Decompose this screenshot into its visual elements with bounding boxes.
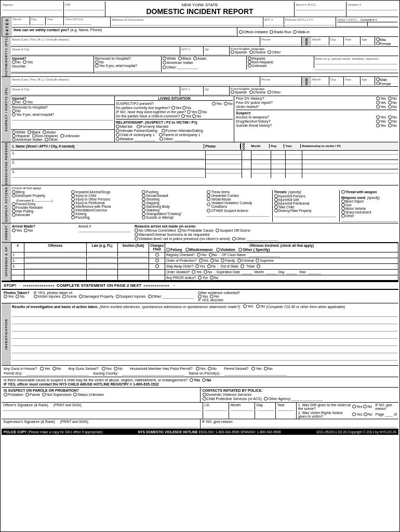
drug-alcohol-yes[interactable]: Yes	[376, 119, 386, 123]
permit-yes[interactable]: Yes	[196, 367, 206, 370]
month-field[interactable]: Month	[12, 17, 30, 25]
victim-hospital-no[interactable]: No	[95, 60, 104, 64]
action-forced-entry[interactable]: Forced Entry	[12, 202, 68, 206]
victim-age[interactable]: Age	[361, 37, 375, 46]
photo-suspect[interactable]: Suspect Injuries	[116, 295, 146, 298]
permit-seized-no[interactable]: No	[264, 367, 273, 370]
assoc-row1-month[interactable]	[251, 151, 271, 159]
offense-section-1[interactable]	[118, 252, 149, 258]
offense-name-1[interactable]	[24, 252, 87, 258]
assoc-row3-year[interactable]	[286, 169, 302, 178]
victim-spanish-radio[interactable]: Spanish	[231, 50, 247, 54]
if-no-reason-field[interactable]: IF NO, give reason:	[201, 419, 399, 429]
action-pushing[interactable]: Pushing	[142, 190, 204, 194]
suspect-race-other[interactable]: Other:	[45, 138, 59, 141]
victim-race-other[interactable]: Other:	[163, 65, 198, 69]
assoc-row2-name[interactable]: 2.	[11, 160, 206, 169]
assoc-row1-day[interactable]	[271, 151, 286, 159]
contact-field[interactable]: How can we safely contact you? (e.g. Nam…	[12, 28, 237, 36]
stay-away-no[interactable]: No	[207, 264, 216, 268]
permit-no[interactable]: No	[208, 367, 217, 370]
victim-dob-day[interactable]: Day	[329, 37, 344, 46]
victim-injured-no[interactable]: No	[12, 60, 21, 64]
arrest-other[interactable]: Other:	[232, 237, 278, 241]
guns-seized-yes[interactable]: Yes	[102, 367, 112, 370]
victim-hospital-yes[interactable]: Yes If yes, what hospital?	[95, 64, 160, 68]
violation-radio[interactable]: Violation	[216, 248, 235, 251]
offense-law-3[interactable]	[87, 263, 118, 269]
assoc-row3-day[interactable]	[271, 169, 286, 178]
offense-law-1[interactable]	[87, 252, 118, 258]
suspect-apt-field[interactable]: APT #	[180, 87, 204, 96]
suspect-race-ai[interactable]: American Indian	[12, 138, 43, 141]
arrest-violation[interactable]: Violation level: not in police presence …	[135, 237, 230, 241]
year-field[interactable]: Year	[46, 17, 64, 25]
offense-section-3[interactable]	[118, 263, 149, 269]
action-threw-items[interactable]: Threw Items	[207, 190, 269, 194]
threat-take-child[interactable]: Take Child	[274, 205, 336, 209]
prior-police-yes[interactable]: Yes	[376, 101, 386, 104]
suspect-injured-yes[interactable]: Yes	[23, 100, 33, 104]
rel-relative[interactable]: Relative:	[116, 137, 155, 141]
photos-no[interactable]: No	[16, 295, 24, 298]
rel-child-victim[interactable]: Child of victim/party 1	[116, 133, 155, 137]
suspect-injured-no[interactable]: No	[12, 100, 21, 104]
dir-no[interactable]: No	[363, 405, 372, 408]
suspect-present-no[interactable]: No	[224, 102, 233, 105]
action-other[interactable]: OTHER Suspect Actions:	[207, 209, 269, 212]
action-violated-visitation[interactable]: Violated Visitation/ Custody Conditions	[207, 201, 269, 208]
action-strangulation[interactable]: Strangulation/"Choking"	[142, 212, 204, 216]
arrest-warrant[interactable]: Warrant/Criminal Summons to be requested	[135, 233, 209, 236]
action-punching[interactable]: Punching	[71, 216, 139, 219]
suspect-age[interactable]: Age	[361, 77, 375, 86]
rel-formerly-married[interactable]: Formerly Married	[137, 125, 168, 128]
sig-year-field[interactable]: Year	[276, 403, 297, 419]
op-family[interactable]: Family	[221, 259, 235, 262]
permit-seized-yes[interactable]: Yes	[251, 367, 261, 370]
apt-field[interactable]: APT #	[263, 17, 284, 27]
threat-injure-pet[interactable]: Injure/Kill Pet/Animal	[274, 202, 336, 205]
rel-other[interactable]: Other:	[159, 137, 190, 141]
threat-destroy-property[interactable]: Destroy/Take Property	[274, 209, 336, 212]
parole-status-unknown[interactable]: Status Unknown	[73, 393, 104, 396]
drug-alcohol-no[interactable]: No	[388, 119, 397, 123]
suspect-dob-month[interactable]: Month	[311, 77, 329, 86]
assoc-row1-phone[interactable]	[206, 151, 242, 159]
sig-month-field[interactable]: Month	[229, 403, 255, 419]
assoc-row2-year[interactable]	[286, 160, 302, 169]
parole-probation[interactable]: Probation	[4, 393, 23, 396]
photo-other[interactable]: Other:	[148, 295, 194, 299]
assoc-row1-rel[interactable]	[302, 151, 398, 159]
threat-injure-kill[interactable]: Injure/Kill Persons	[274, 194, 336, 198]
rel-intimate[interactable]: Intimate Partner/Dating	[116, 129, 157, 132]
stay-away-yes[interactable]: Yes	[195, 264, 205, 268]
weapon-sharp[interactable]: Sharp Instrument	[341, 210, 397, 214]
suspect-race-white[interactable]: White	[12, 130, 25, 134]
suicide-threat-no[interactable]: No	[388, 124, 397, 127]
suspect-address-field[interactable]: Street & City	[11, 87, 180, 96]
contact-other[interactable]: Other Agency:	[264, 397, 323, 401]
action-forcible-restraint[interactable]: Forcible Restraint	[12, 206, 68, 209]
assoc-row2-rel[interactable]	[302, 160, 398, 169]
registry-yes[interactable]: Yes	[197, 253, 207, 257]
dir-yes[interactable]: Yes	[352, 405, 362, 408]
precinct-field[interactable]: Precinct (NYC) CTY	[284, 17, 336, 27]
child-abuse-no[interactable]: No	[202, 378, 211, 382]
rel-former-intimate[interactable]: Former Intimate/Dating	[162, 129, 203, 132]
suspect-hospital-no[interactable]: No	[12, 109, 21, 113]
photo-damaged[interactable]: Damaged Property	[79, 295, 114, 298]
action-shooting[interactable]: Shooting	[142, 197, 204, 201]
assoc-row3-name[interactable]: 3.	[11, 169, 206, 178]
parole-not-supervised[interactable]: Not Supervised	[42, 393, 71, 396]
officer-initiated-radio[interactable]: Officer-Initiated	[239, 30, 268, 34]
weapon-gun[interactable]: Gun	[341, 203, 397, 207]
live-together-no[interactable]: No	[182, 106, 191, 110]
action-hair-pulling[interactable]: Hair Pulling	[12, 209, 68, 213]
contact-dv[interactable]: Domestic Violence Services	[203, 393, 252, 396]
suspect-spanish-radio[interactable]: Spanish	[231, 90, 247, 94]
assoc-row3-month[interactable]	[251, 169, 271, 178]
prior-police-no[interactable]: No	[388, 101, 397, 104]
action-interference-phone[interactable]: Interference with Phone	[71, 205, 139, 208]
parole-parole[interactable]: Parole	[25, 393, 40, 396]
action-suicide-attempt[interactable]: Suicide or Attempt	[142, 216, 204, 219]
